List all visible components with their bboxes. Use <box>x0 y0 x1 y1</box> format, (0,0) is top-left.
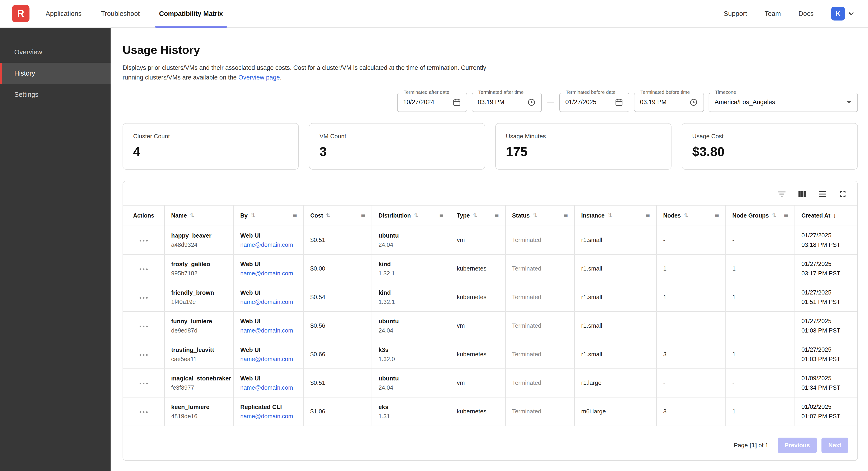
column-menu-icon[interactable]: ≡ <box>293 211 297 219</box>
cell-actions <box>123 340 164 369</box>
row-actions-button[interactable] <box>138 351 150 358</box>
cell-cost: $0.56 <box>304 312 372 340</box>
terminated-before-date-input[interactable]: Terminated before date 01/27/2025 <box>559 93 629 112</box>
column-menu-icon[interactable]: ≡ <box>361 211 365 219</box>
cell-cost: $0.51 <box>304 369 372 397</box>
email-link[interactable]: name@domain.com <box>240 356 297 362</box>
cell-actions <box>123 283 164 312</box>
cell-name: frosty_galileo 995b7182 <box>164 255 234 283</box>
column-header-node-groups[interactable]: Node Groups⇅≡ <box>726 206 795 226</box>
nav-tab-troubleshoot[interactable]: Troubleshoot <box>91 0 149 27</box>
cell-by: Web UI name@domain.com <box>234 340 304 369</box>
column-menu-icon[interactable]: ≡ <box>784 211 788 219</box>
next-page-button[interactable]: Next <box>822 438 848 453</box>
column-header-by[interactable]: By⇅≡ <box>234 206 304 226</box>
chevron-down-icon <box>848 11 854 16</box>
cell-status: Terminated <box>505 255 575 283</box>
status-badge: Terminated <box>512 237 568 243</box>
column-menu-icon[interactable]: ≡ <box>564 211 568 219</box>
clock-icon[interactable] <box>527 98 536 107</box>
cell-type: vm <box>450 369 505 397</box>
column-header-created-at[interactable]: Created At↓ <box>795 206 858 226</box>
email-link[interactable]: name@domain.com <box>240 384 297 391</box>
cell-instance: r1.large <box>575 369 656 397</box>
column-header-type[interactable]: Type⇅≡ <box>450 206 505 226</box>
cell-nodes: 1 <box>656 255 726 283</box>
column-menu-icon[interactable]: ≡ <box>715 211 719 219</box>
page-title: Usage History <box>123 43 858 57</box>
sort-icon: ⇅ <box>190 212 194 219</box>
sidebar-item-overview[interactable]: Overview <box>0 41 111 63</box>
timezone-value: America/Los_Angeles <box>715 99 842 106</box>
row-actions-button[interactable] <box>138 380 150 387</box>
nav-tab-applications[interactable]: Applications <box>36 0 91 27</box>
terminated-after-time-input[interactable]: Terminated after time 03:19 PM <box>472 93 542 112</box>
column-header-cost[interactable]: Cost⇅≡ <box>304 206 372 226</box>
nav-link-support[interactable]: Support <box>723 10 747 18</box>
pagination: Page [1] of 1 Previous Next <box>123 432 858 461</box>
clock-icon[interactable] <box>689 98 698 107</box>
status-badge: Terminated <box>512 265 568 272</box>
app-logo[interactable]: R <box>12 5 30 22</box>
terminated-after-time-value: 03:19 PM <box>478 99 523 106</box>
terminated-after-date-input[interactable]: Terminated after date 10/27/2024 <box>397 93 467 112</box>
row-actions-button[interactable] <box>138 237 150 244</box>
cell-distribution: ubuntu 24.04 <box>372 226 450 255</box>
terminated-before-time-input[interactable]: Terminated before time 03:19 PM <box>634 93 704 112</box>
cell-node-groups: 1 <box>726 397 795 426</box>
cell-created-at: 01/27/2025 03:17 PM PST <box>795 255 858 283</box>
email-link[interactable]: name@domain.com <box>240 241 297 248</box>
cell-actions <box>123 397 164 426</box>
filter-bar: Terminated after date 10/27/2024 Termina… <box>123 93 858 112</box>
email-link[interactable]: name@domain.com <box>240 327 297 334</box>
row-actions-button[interactable] <box>138 266 150 273</box>
column-header-status[interactable]: Status⇅≡ <box>505 206 575 226</box>
table-toolbar <box>123 185 858 205</box>
cell-status: Terminated <box>505 397 575 426</box>
previous-page-button[interactable]: Previous <box>778 438 817 453</box>
email-link[interactable]: name@domain.com <box>240 299 297 305</box>
row-actions-button[interactable] <box>138 409 150 416</box>
cell-cost: $0.54 <box>304 283 372 312</box>
email-link[interactable]: name@domain.com <box>240 413 297 420</box>
cell-cost: $0.51 <box>304 226 372 255</box>
row-actions-button[interactable] <box>138 323 150 330</box>
sort-icon: ⇅ <box>532 212 537 219</box>
nav-link-team[interactable]: Team <box>765 10 781 18</box>
sidebar-item-history[interactable]: History <box>0 63 111 84</box>
nav-right: Support Team Docs K <box>723 7 854 21</box>
stat-value: 3 <box>319 144 474 159</box>
column-header-distribution[interactable]: Distribution⇅≡ <box>372 206 450 226</box>
nav-link-docs[interactable]: Docs <box>799 10 814 18</box>
calendar-icon[interactable] <box>615 98 623 107</box>
density-button[interactable] <box>817 188 828 200</box>
column-menu-icon[interactable]: ≡ <box>439 211 443 219</box>
table-scroll-area[interactable]: Actions Name⇅ By⇅≡ Cost⇅≡ Distribution⇅≡… <box>123 205 858 432</box>
nav-tab-compatibility-matrix[interactable]: Compatibility Matrix <box>150 0 232 27</box>
column-header-name[interactable]: Name⇅ <box>164 206 234 226</box>
fullscreen-icon <box>838 189 847 199</box>
filter-button[interactable] <box>776 188 787 200</box>
fullscreen-button[interactable] <box>837 188 848 200</box>
cell-status: Terminated <box>505 283 575 312</box>
overview-page-link[interactable]: Overview page <box>239 74 280 81</box>
column-menu-icon[interactable]: ≡ <box>646 211 650 219</box>
column-header-nodes[interactable]: Nodes⇅≡ <box>656 206 726 226</box>
cell-actions <box>123 369 164 397</box>
columns-button[interactable] <box>797 188 808 200</box>
caret-down-icon <box>846 100 852 104</box>
column-header-instance[interactable]: Instance⇅≡ <box>575 206 656 226</box>
cell-distribution: kind 1.32.1 <box>372 283 450 312</box>
cell-created-at: 01/02/2025 01:07 PM PST <box>795 397 858 426</box>
avatar: K <box>831 7 845 21</box>
sidebar-item-settings[interactable]: Settings <box>0 84 111 105</box>
cell-node-groups: - <box>726 226 795 255</box>
account-menu-button[interactable]: K <box>831 7 854 21</box>
email-link[interactable]: name@domain.com <box>240 270 297 277</box>
cell-by: Web UI name@domain.com <box>234 226 304 255</box>
column-menu-icon[interactable]: ≡ <box>495 211 499 219</box>
calendar-icon[interactable] <box>453 98 461 107</box>
usage-history-table: Actions Name⇅ By⇅≡ Cost⇅≡ Distribution⇅≡… <box>123 206 858 426</box>
timezone-select[interactable]: Timezone America/Los_Angeles <box>709 93 858 112</box>
row-actions-button[interactable] <box>138 294 150 301</box>
